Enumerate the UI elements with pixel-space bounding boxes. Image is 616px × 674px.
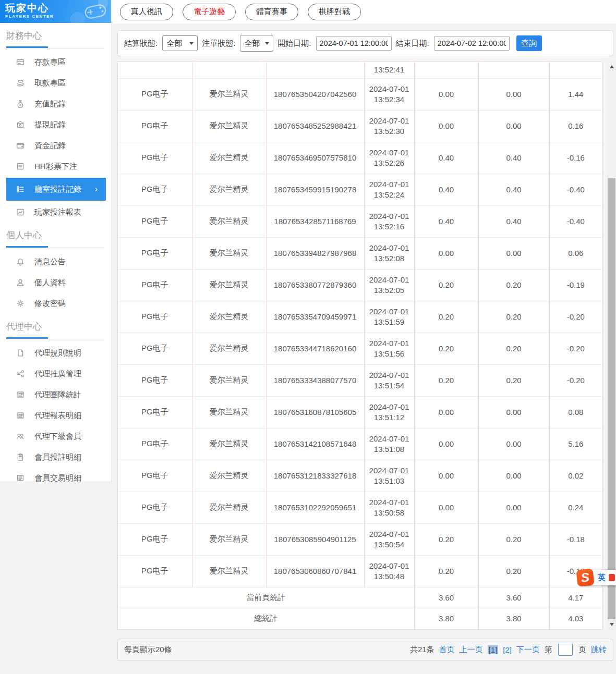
- cell-time: 2024-07-0113:51:54: [364, 364, 414, 396]
- sidebar-item[interactable]: 提現記錄: [0, 114, 111, 135]
- sidebar-item[interactable]: 取款專區: [0, 72, 111, 93]
- cell-bet-amount: 0.40: [414, 174, 478, 205]
- withdraw-hand-icon: [16, 79, 25, 88]
- filter-bar: 結算狀態: 全部 注單狀態: 全部 開始日期: 結束日期: 查詢: [117, 30, 613, 56]
- sidebar-item-label: 取款專區: [34, 78, 66, 88]
- sidebar-item-label: 資金記錄: [34, 141, 66, 151]
- section-title: 個人中心: [0, 223, 111, 241]
- cell-game: 爱尔兰精灵: [192, 142, 266, 174]
- sidebar-item-label: 代理報表明細: [34, 411, 81, 421]
- summary-label: 當前頁統計: [118, 587, 414, 608]
- table-row: PG电子 爱尔兰精灵 1807653428571168769 2024-07-0…: [118, 205, 602, 237]
- page-link-首页[interactable]: 首页: [439, 645, 455, 655]
- profile-user-icon: [16, 278, 25, 287]
- sidebar-item[interactable]: 會員投註明細: [0, 447, 111, 468]
- cell-valid-bet: 0.00: [478, 492, 549, 523]
- section-title: 財務中心: [0, 23, 111, 42]
- cell-time: 2024-07-0113:52:05: [364, 269, 414, 301]
- cell-time: 2024-07-0113:50:58: [364, 492, 414, 523]
- cell-platform: PG电子: [118, 110, 192, 142]
- cell-platform: PG电子: [118, 333, 192, 364]
- cell-win-loss: 1.44: [549, 78, 602, 110]
- settle-status-select[interactable]: 全部: [162, 35, 198, 51]
- cell-valid-bet: 0.00: [478, 396, 549, 428]
- cell-valid-bet: 0.20: [478, 269, 549, 301]
- tab-電子遊藝[interactable]: 電子遊藝: [183, 4, 236, 20]
- sidebar-item[interactable]: 充值記錄: [0, 93, 111, 114]
- cell-time: 2024-07-0113:51:56: [364, 333, 414, 364]
- ime-language-mode[interactable]: 英: [598, 573, 606, 583]
- sidebar-item[interactable]: 玩家投注報表: [0, 202, 111, 223]
- tab-真人視訊[interactable]: 真人視訊: [120, 4, 173, 20]
- cell-valid-bet: 0.20: [478, 523, 549, 555]
- sidebar-item-label: 玩家投注報表: [34, 207, 81, 217]
- sidebar-item[interactable]: 會員交易明細: [0, 468, 111, 482]
- table-row: PG电子 爱尔兰精灵 1807653394827987968 2024-07-0…: [118, 237, 602, 269]
- cell-bet-amount: 0.00: [414, 237, 478, 269]
- cell-order-id: 1807653469507575810: [266, 142, 364, 174]
- table-row: PG电子 爱尔兰精灵 1807653504207042560 2024-07-0…: [118, 78, 602, 110]
- cell-bet-amount: 0.20: [414, 301, 478, 333]
- table-row: PG电子 爱尔兰精灵 1807653060860707841 2024-07-0…: [118, 555, 602, 587]
- pagination-controls: 共21条 首页 上一页 [1] [2] 下一页 第 页 跳转: [410, 644, 607, 656]
- cell-valid-bet: 0.40: [478, 205, 549, 237]
- ime-status-icon[interactable]: [609, 574, 615, 581]
- page-link-下一页[interactable]: 下一页: [516, 645, 540, 655]
- deposit-card-icon: [16, 58, 25, 67]
- sidebar-item-label: 個人資料: [34, 278, 66, 288]
- cell-valid-bet: 0.00: [478, 237, 549, 269]
- section-items: 消息公告 個人資料 修改密碼: [0, 251, 111, 314]
- cell-order-id: 1807653504207042560: [266, 78, 364, 110]
- jump-button[interactable]: 跳转: [591, 645, 607, 655]
- table-scrollbar[interactable]: [607, 62, 616, 630]
- sidebar-item[interactable]: HH彩票下注: [0, 156, 111, 177]
- sidebar-item[interactable]: 代理規則說明: [0, 342, 111, 363]
- page-jump-input[interactable]: [558, 644, 573, 656]
- sidebar-item[interactable]: 代理報表明細: [0, 405, 111, 426]
- sidebar-item[interactable]: 代理下級會員: [0, 426, 111, 447]
- ime-toolbar[interactable]: S 英: [578, 570, 616, 585]
- cell-bet-amount: 0.40: [414, 205, 478, 237]
- agent-rules-doc-icon: [16, 349, 25, 358]
- sidebar-item[interactable]: 修改密碼: [0, 293, 111, 314]
- cell-platform: PG电子: [118, 269, 192, 301]
- scrollbar-thumb[interactable]: [608, 178, 615, 619]
- cell-platform: [118, 62, 192, 78]
- sidebar-item[interactable]: 代理團隊統計: [0, 384, 111, 405]
- search-button[interactable]: 查詢: [516, 35, 542, 51]
- cell-bet-amount: 0.00: [414, 460, 478, 492]
- summary-win-loss: 4.17: [549, 587, 602, 608]
- cell-time: 2024-07-0113:52:24: [364, 174, 414, 205]
- sidebar-item[interactable]: 代理推廣管理: [0, 363, 111, 384]
- cell-game: 爱尔兰精灵: [192, 460, 266, 492]
- page-link-2[interactable]: [2]: [503, 645, 512, 654]
- summary-row: 當前頁統計 3.60 3.60 4.17: [118, 587, 602, 608]
- summary-valid-bet: 3.60: [478, 587, 549, 608]
- end-date-input[interactable]: [434, 36, 510, 51]
- sidebar-header: 玩家中心 PLAYERS CENTER: [0, 0, 111, 23]
- scroll-up-arrow-icon[interactable]: [607, 63, 616, 71]
- cell-win-loss: 0.02: [549, 460, 602, 492]
- start-date-input[interactable]: [316, 36, 392, 51]
- table-row-partial: 13:52:41: [118, 62, 602, 78]
- page-link-1[interactable]: [1]: [488, 645, 499, 654]
- scroll-down-arrow-icon[interactable]: [607, 620, 616, 629]
- sidebar-item[interactable]: 廳室投註記錄 ›: [6, 178, 106, 201]
- page-link-上一页[interactable]: 上一页: [460, 645, 483, 655]
- cell-platform: PG电子: [118, 301, 192, 333]
- tab-棋牌對戰[interactable]: 棋牌對戰: [308, 4, 361, 20]
- sidebar-item[interactable]: 存款專區: [0, 52, 111, 72]
- chevron-right-icon: ›: [95, 185, 98, 194]
- game-category-tabbar: 真人視訊 電子遊藝 體育賽事 棋牌對戰: [112, 0, 616, 23]
- tab-體育賽事[interactable]: 體育賽事: [245, 4, 298, 20]
- total-count-label: 共21条: [410, 645, 434, 655]
- cell-order-id: 1807653354709459971: [266, 301, 364, 333]
- table-row: PG电子 爱尔兰精灵 1807653354709459971 2024-07-0…: [118, 301, 602, 333]
- sidebar-item[interactable]: 個人資料: [0, 272, 111, 293]
- sidebar-item[interactable]: 消息公告: [0, 251, 111, 272]
- sidebar-item[interactable]: 資金記錄: [0, 135, 111, 156]
- sidebar-item-label: 會員投註明細: [34, 452, 81, 462]
- sogou-ime-icon[interactable]: S: [576, 568, 594, 586]
- order-status-select[interactable]: 全部: [240, 35, 273, 52]
- cell-valid-bet: 0.00: [478, 78, 549, 110]
